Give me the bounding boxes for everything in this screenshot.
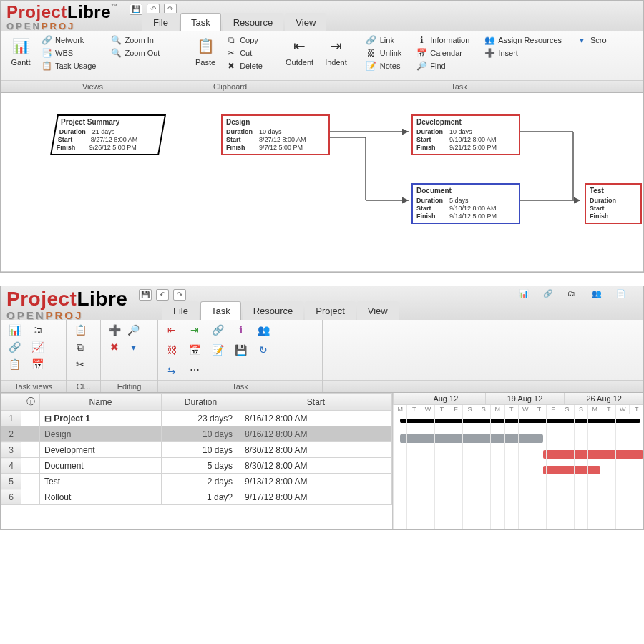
row-name[interactable]: Document: [40, 458, 162, 474]
menu-resource[interactable]: Resource: [223, 13, 284, 31]
gantt-bar-summary[interactable]: [400, 419, 640, 423]
row-name[interactable]: Design: [40, 426, 162, 442]
menu-task[interactable]: Task: [200, 301, 241, 320]
col-name[interactable]: Name: [40, 394, 162, 411]
more-icon[interactable]: ⋯: [187, 363, 203, 377]
outdent-button[interactable]: ⇤Outdent: [281, 34, 318, 68]
calendar-view-icon[interactable]: 📅: [29, 357, 45, 371]
update-icon[interactable]: ↻: [255, 343, 271, 357]
node-project-summary[interactable]: Project Summary Duration21 days Start8/2…: [50, 114, 166, 155]
assign-icon[interactable]: 👥: [255, 323, 271, 337]
network-view-icon[interactable]: 🔗: [6, 340, 22, 354]
row-start[interactable]: 8/30/12 8:00 AM: [240, 442, 392, 458]
save-baseline-icon[interactable]: 💾: [233, 343, 248, 357]
col-number[interactable]: [1, 394, 21, 411]
menu-project[interactable]: Project: [305, 301, 355, 320]
wbs-button[interactable]: 📑WBS: [38, 47, 99, 59]
table-row[interactable]: 4Document5 days8/30/12 8:00 AM: [1, 458, 392, 474]
row-duration[interactable]: 23 days?: [162, 411, 240, 426]
row-name[interactable]: Development: [40, 442, 162, 458]
gantt-bar-document[interactable]: [543, 466, 600, 474]
delete-button[interactable]: ✖Delete: [223, 60, 265, 72]
row-name[interactable]: Test: [40, 474, 162, 489]
indent-button[interactable]: ⇥Indent: [321, 34, 351, 68]
cut-button[interactable]: ✂Cut: [223, 47, 265, 59]
row-start[interactable]: 8/16/12 8:00 AM: [240, 411, 392, 426]
qat-undo-icon[interactable]: ↶: [156, 289, 169, 301]
qat-save-icon[interactable]: 💾: [130, 4, 142, 15]
link-button[interactable]: 🔗Link: [363, 34, 405, 46]
menu-file[interactable]: File: [142, 13, 179, 31]
row-duration[interactable]: 2 days: [162, 474, 240, 489]
task-table[interactable]: ⓘ Name Duration Start 1⊟ Project 123 day…: [1, 393, 393, 529]
link-icon[interactable]: 🔗: [210, 323, 225, 337]
row-start[interactable]: 9/13/12 8:00 AM: [240, 474, 392, 489]
gantt-bar-development[interactable]: [543, 450, 643, 459]
node-development[interactable]: Development Duration10 days Start9/10/12…: [411, 114, 520, 155]
information-button[interactable]: ℹInformation: [413, 34, 472, 46]
gantt-button[interactable]: 📊 Gantt: [6, 34, 35, 68]
scroll-button[interactable]: ▾Scro: [573, 34, 610, 46]
row-duration[interactable]: 10 days: [162, 426, 240, 442]
row-duration[interactable]: 10 days: [162, 442, 240, 458]
delete-icon[interactable]: ✖: [107, 340, 122, 354]
col-duration[interactable]: Duration: [162, 394, 240, 411]
col-info[interactable]: ⓘ: [21, 394, 40, 411]
node-document[interactable]: Document Duration5 days Start9/10/12 8:0…: [411, 183, 520, 224]
row-start[interactable]: 9/17/12 8:00 AM: [240, 489, 392, 505]
assign-resources-button[interactable]: 👥Assign Resources: [481, 34, 565, 46]
row-name[interactable]: ⊟ Project 1: [40, 411, 162, 426]
calendar-icon[interactable]: 📅: [187, 343, 203, 357]
cut-icon[interactable]: ✂: [72, 357, 88, 371]
tracking-view-icon[interactable]: 📈: [29, 340, 45, 354]
row-start[interactable]: 8/30/12 8:00 AM: [240, 458, 392, 474]
unlink-button[interactable]: ⛓Unlink: [363, 47, 405, 59]
usage-view-icon[interactable]: 📋: [6, 357, 22, 371]
network-button[interactable]: 🔗Network: [38, 34, 99, 46]
table-row[interactable]: 2Design10 days8/16/12 8:00 AM: [1, 426, 392, 442]
col-start[interactable]: Start: [240, 394, 392, 411]
table-row[interactable]: 3Development10 days8/30/12 8:00 AM: [1, 442, 392, 458]
menu-view[interactable]: View: [285, 13, 326, 31]
zoom-out-button[interactable]: 🔍Zoom Out: [107, 47, 162, 59]
menu-view[interactable]: View: [357, 301, 399, 320]
paste-icon[interactable]: 📋: [72, 323, 88, 337]
network-diagram-canvas[interactable]: Project Summary Duration21 days Start8/2…: [1, 93, 643, 272]
qat-redo-icon[interactable]: ↷: [173, 289, 186, 301]
scroll-to-task-icon[interactable]: ⇆: [164, 363, 180, 377]
insert-icon[interactable]: ➕: [107, 323, 122, 337]
copy-icon[interactable]: ⧉: [72, 340, 88, 354]
node-test[interactable]: Test Duration Start Finish: [585, 183, 642, 224]
wbs-view-icon[interactable]: 🗂: [29, 323, 45, 337]
table-row[interactable]: 5Test2 days9/13/12 8:00 AM: [1, 474, 392, 489]
row-start[interactable]: 8/16/12 8:00 AM: [240, 426, 392, 442]
row-name[interactable]: Rollout: [40, 489, 162, 505]
node-design[interactable]: Design Duration10 days Start8/27/12 8:00…: [221, 114, 330, 155]
paste-button[interactable]: 📋 Paste: [191, 34, 220, 68]
outdent-icon[interactable]: ⇤: [164, 323, 180, 337]
notes-icon[interactable]: 📝: [210, 343, 225, 357]
calendar-button[interactable]: 📅Calendar: [413, 47, 472, 59]
gantt-view-icon[interactable]: 📊: [6, 323, 22, 337]
qat-save-icon[interactable]: 💾: [139, 289, 152, 301]
zoom-in-button[interactable]: 🔍Zoom In: [107, 34, 162, 46]
task-usage-button[interactable]: 📋Task Usage: [38, 60, 99, 72]
table-row[interactable]: 6Rollout1 day?9/17/12 8:00 AM: [1, 489, 392, 505]
find-icon[interactable]: 🔎: [125, 323, 141, 337]
table-row[interactable]: 1⊟ Project 123 days?8/16/12 8:00 AM: [1, 411, 392, 426]
gantt-bar-design[interactable]: [400, 434, 543, 443]
menu-file[interactable]: File: [162, 301, 199, 320]
insert-button[interactable]: ➕Insert: [481, 47, 565, 59]
copy-button[interactable]: ⧉Copy: [223, 34, 265, 46]
notes-button[interactable]: 📝Notes: [363, 60, 405, 72]
unlink-icon[interactable]: ⛓: [164, 343, 180, 357]
row-duration[interactable]: 5 days: [162, 458, 240, 474]
filter-icon[interactable]: ▾: [125, 340, 141, 354]
find-button[interactable]: 🔎Find: [413, 60, 472, 72]
menu-task[interactable]: Task: [180, 13, 221, 31]
gantt-chart[interactable]: Aug 12 19 Aug 12 26 Aug 12 MTWTFSSMTWTFS…: [393, 393, 643, 529]
row-duration[interactable]: 1 day?: [162, 489, 240, 505]
information-icon[interactable]: ℹ: [233, 323, 248, 337]
menu-resource[interactable]: Resource: [243, 301, 304, 320]
indent-icon[interactable]: ⇥: [187, 323, 203, 337]
